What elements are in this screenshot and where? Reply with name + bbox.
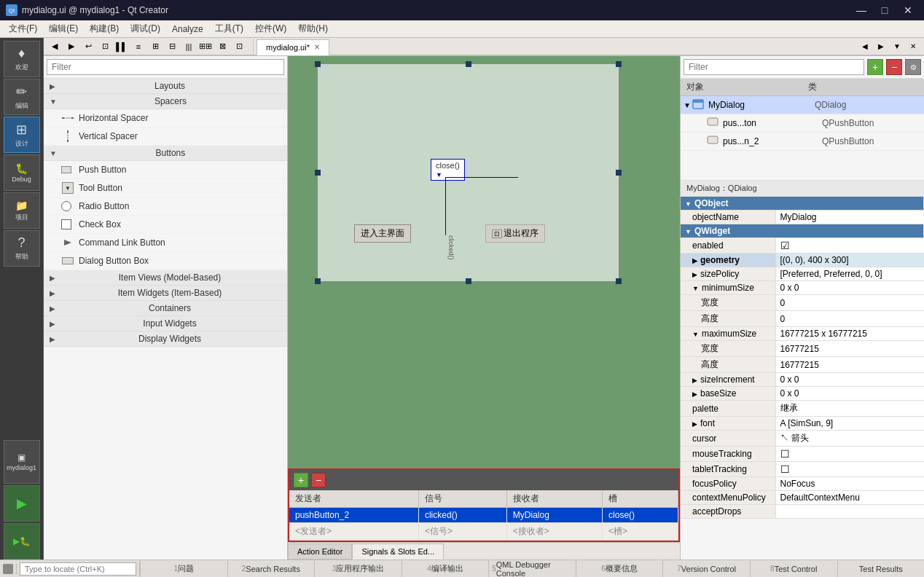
menu-edit[interactable]: 编辑(E) [43, 21, 84, 36]
item-horizontal-spacer[interactable]: Horizontal Spacer [44, 109, 287, 127]
menu-build[interactable]: 构建(B) [84, 21, 125, 36]
tab-nav-right[interactable]: ▶ [873, 39, 889, 55]
status-test-results[interactable]: Test Results [837, 560, 925, 578]
status-app-output[interactable]: 3 应用程序输出 [314, 560, 402, 578]
sidebar-item-help[interactable]: ? 帮助 [4, 230, 40, 267]
sidebar-item-mydialog[interactable]: ▣ mydialog1 [4, 440, 40, 484]
status-compile-output[interactable]: 4 编译输出 [402, 560, 489, 578]
tab-mydialog[interactable]: mydialog.ui* ✕ [257, 39, 329, 55]
menu-widgets[interactable]: 控件(W) [249, 21, 292, 36]
handle-br[interactable] [616, 278, 622, 284]
toolbar-btn-8[interactable]: ⊟ [164, 39, 180, 55]
locate-input[interactable] [20, 562, 136, 576]
signal-placeholder-row[interactable]: <发送者> <信号> <接收者> <槽> [289, 523, 678, 541]
tab-signals-slots-editor[interactable]: Signals & Slots Ed... [352, 543, 444, 560]
filter-input[interactable] [47, 59, 284, 75]
status-issues[interactable]: 1 问题 [140, 560, 227, 578]
section-layouts[interactable]: ▶ Layouts [44, 79, 287, 94]
filter-remove-btn[interactable]: − [886, 59, 902, 75]
item-check-box[interactable]: Check Box [44, 216, 287, 234]
toolbar-btn-11[interactable]: ⊠ [214, 39, 230, 55]
minimize-button[interactable]: — [851, 3, 872, 17]
sidebar-item-design[interactable]: ⊞ 设计 [4, 117, 40, 153]
close-button[interactable]: ✕ [898, 3, 918, 17]
toolbar-btn-1[interactable]: ◀ [47, 39, 63, 55]
remove-connection-button[interactable]: − [311, 473, 326, 487]
toolbar-btn-9[interactable]: ||| [181, 39, 197, 55]
status-overview[interactable]: 6 概要信息 [576, 560, 663, 578]
filter-add-btn[interactable]: + [867, 59, 883, 75]
toolbar-btn-4[interactable]: ⊡ [97, 39, 113, 55]
tab-action-editor[interactable]: Action Editor [288, 543, 352, 560]
filter-config-btn[interactable]: ⚙ [905, 59, 921, 75]
toolbar-btn-12[interactable]: ⊡ [231, 39, 247, 55]
exit-button[interactable]: ⊡ 退出程序 [485, 224, 545, 243]
handle-mr[interactable] [616, 170, 622, 176]
menu-help[interactable]: 帮助(H) [292, 21, 334, 36]
sidebar-item-debug[interactable]: 🐛 Debug [4, 154, 40, 191]
prop-geometry[interactable]: ▶geometry [(0, 0), 400 x 300] [681, 254, 924, 267]
display-widgets-arrow: ▶ [50, 335, 55, 343]
status-version-control[interactable]: 7 Version Control [662, 560, 750, 578]
prop-maximumsize[interactable]: ▼maximumSize 16777215 x 16777215 [681, 327, 924, 341]
prop-minimumsize[interactable]: ▼minimumSize 0 x 0 [681, 281, 924, 295]
run-debug-button[interactable]: ▶🐛 [4, 523, 40, 560]
sidebar-item-project[interactable]: 📁 项目 [4, 192, 40, 229]
canvas-workspace[interactable]: close() ▼ clicked() 进入主界面 [288, 56, 680, 468]
section-item-views[interactable]: ▶ Item Views (Model-Based) [44, 270, 287, 286]
tab-nav-left[interactable]: ◀ [857, 39, 873, 55]
tab-menu[interactable]: ▼ [889, 39, 905, 55]
section-containers[interactable]: ▶ Containers [44, 301, 287, 316]
obj-row-pushbutton2[interactable]: pus...n_2 QPushButton [681, 133, 924, 151]
sidebar-item-edit[interactable]: ✏ 编辑 [4, 79, 40, 115]
handle-ml[interactable] [315, 170, 321, 176]
sidebar-item-welcome[interactable]: ♦ 欢迎 [4, 41, 40, 77]
status-qml-debugger[interactable]: 5 QML Debugger Console [488, 560, 576, 578]
toolbar-btn-2[interactable]: ▶ [63, 39, 79, 55]
status-test-control[interactable]: 8 Test Control [750, 560, 837, 578]
handle-tl[interactable] [315, 61, 321, 67]
toolbar-btn-3[interactable]: ↩ [80, 39, 96, 55]
handle-tm[interactable] [466, 61, 471, 67]
signal-row-1[interactable]: pushButton_2 clicked() MyDialog close() [289, 508, 678, 523]
add-connection-button[interactable]: + [294, 473, 308, 487]
item-vertical-spacer[interactable]: Vertical Spacer [44, 127, 287, 146]
section-item-widgets[interactable]: ▶ Item Widgets (Item-Based) [44, 286, 287, 301]
item-command-link-button[interactable]: Command Link Button [44, 234, 287, 252]
handle-tr[interactable] [616, 61, 622, 67]
section-buttons[interactable]: ▼ Buttons [44, 146, 287, 161]
obj-row-mydialog[interactable]: ▼ MyDialog QDialog [681, 96, 924, 114]
col-class: 类 [802, 79, 924, 95]
dialog-canvas[interactable]: close() ▼ clicked() 进入主界面 [317, 63, 619, 282]
svg-rect-9 [708, 118, 718, 125]
item-dialog-button-box[interactable]: Dialog Button Box [44, 252, 287, 270]
toolbar-btn-5[interactable]: ▌▌ [114, 39, 130, 55]
obj-row-pushbutton1[interactable]: pus...ton QPushButton [681, 114, 924, 133]
enter-button[interactable]: 进入主界面 [354, 224, 411, 243]
window-controls[interactable]: — □ ✕ [851, 3, 918, 17]
prop-sizepolicy[interactable]: ▶sizePolicy [Preferred, Preferred, 0, 0] [681, 267, 924, 281]
menu-file[interactable]: 文件(F) [3, 21, 43, 36]
right-filter-input[interactable] [684, 59, 864, 75]
item-radio-button[interactable]: Radio Button [44, 197, 287, 216]
menu-debug[interactable]: 调试(D) [125, 21, 166, 36]
expand-mydialog[interactable]: ▼ [684, 101, 692, 109]
item-push-button[interactable]: Push Button [44, 161, 287, 179]
toolbar-btn-10[interactable]: ⊞⊞ [197, 39, 214, 55]
tab-close-btn[interactable]: ✕ [314, 43, 320, 51]
status-search-results[interactable]: 2 Search Results [227, 560, 315, 578]
maximize-button[interactable]: □ [874, 3, 895, 17]
item-tool-button[interactable]: ▼ Tool Button [44, 179, 287, 197]
handle-bm[interactable] [466, 278, 471, 284]
toolbar-btn-6[interactable]: ≡ [130, 39, 146, 55]
menu-tools[interactable]: 工具(T) [209, 21, 249, 36]
tab-close-all[interactable]: ✕ [905, 39, 921, 55]
handle-bl[interactable] [315, 278, 321, 284]
tab-label: mydialog.ui* [266, 43, 310, 52]
section-display-widgets[interactable]: ▶ Display Widgets [44, 331, 287, 347]
menu-analyze[interactable]: Analyze [166, 23, 209, 36]
toolbar-btn-7[interactable]: ⊞ [147, 39, 163, 55]
section-input-widgets[interactable]: ▶ Input Widgets [44, 316, 287, 331]
run-button[interactable]: ▶ [4, 485, 40, 522]
section-spacers[interactable]: ▼ Spacers [44, 94, 287, 109]
